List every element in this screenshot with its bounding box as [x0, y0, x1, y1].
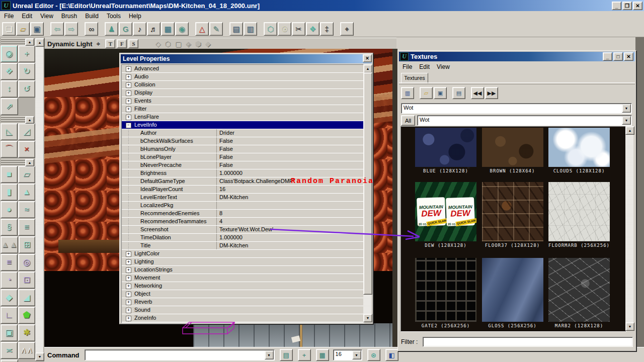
close-button[interactable]: ✕ [633, 2, 642, 10]
property-row-author[interactable]: AuthorDrider [122, 129, 364, 137]
property-value[interactable]: 16 [216, 186, 364, 193]
filter-input[interactable] [423, 337, 633, 347]
measure-tool-button[interactable]: ✎ [209, 22, 223, 36]
all-button[interactable]: All [401, 115, 415, 126]
build-paths-button[interactable]: ✂ [292, 22, 305, 36]
property-value[interactable]: False [216, 137, 364, 145]
textures-scroll-thumb[interactable] [625, 143, 633, 156]
build-geometry-button[interactable]: ⬡ [264, 22, 277, 36]
tree-category-collision[interactable]: +Collision [122, 81, 364, 89]
previous-group-button[interactable]: ◀◀ [471, 87, 484, 99]
property-row-localizedpkg[interactable]: LocalizedPkg [122, 202, 364, 210]
texture-image-brown[interactable] [482, 128, 543, 167]
tree-category-lightcolor[interactable]: +LightColor [122, 250, 364, 258]
package-dropdown[interactable]: Wot ▼ [401, 103, 632, 114]
save-map-button[interactable]: ▣ [30, 22, 44, 36]
property-row-bloneplayer[interactable]: bLonePlayerFalse [122, 153, 364, 161]
viewport-mode-icon-4[interactable]: ⬢ [195, 40, 201, 48]
property-row-levelentertext[interactable]: LevelEnterTextDM-Kitchen [122, 194, 364, 202]
brush-cylinder-button[interactable]: ▮ [1, 184, 18, 201]
level-properties-title-bar[interactable]: Level Properties [121, 54, 372, 63]
tree-category-events[interactable]: +Events [122, 97, 364, 105]
property-value[interactable]: Texture'Wot.Wot.Dew' [216, 226, 364, 233]
expand-icon[interactable]: + [126, 267, 131, 273]
build-all-button[interactable]: ❖ [306, 22, 319, 36]
brush-stairs-button[interactable]: ≡ [18, 219, 35, 236]
viewport-mode-icon-5[interactable]: ◆ [205, 40, 211, 48]
tree-category-advanced[interactable]: +Advanced [122, 65, 364, 73]
textures-menu-item-view[interactable]: View [434, 63, 454, 72]
viewport-t-button[interactable]: T [105, 39, 115, 48]
property-row-bhumansonly[interactable]: bHumansOnlyFalse [122, 145, 364, 153]
save-package-button[interactable]: ▣ [434, 87, 447, 99]
brush-dodecahedron-button[interactable]: ⬟ [18, 307, 35, 324]
expand-icon[interactable]: + [126, 90, 131, 96]
tree-category-display[interactable]: +Display [122, 89, 364, 97]
property-value[interactable]: False [216, 161, 364, 169]
viewport-mode-icon-2[interactable]: ▢ [175, 40, 181, 48]
expand-icon[interactable]: + [126, 251, 131, 257]
stretch-mode-button[interactable]: ↕ [1, 80, 18, 98]
property-value[interactable]: 1.000000 [216, 169, 364, 177]
texture-swatch-gate2[interactable]: GATE2 (256X256) [415, 258, 476, 328]
textures-scrollbar[interactable]: ▲ ▼ [625, 126, 633, 331]
chevron-down-icon[interactable]: ▼ [622, 104, 631, 113]
expand-icon[interactable]: + [126, 308, 131, 313]
expand-icon[interactable]: + [126, 276, 131, 281]
property-value[interactable]: DM-Kitchen [216, 242, 364, 249]
brush-ellipse-button[interactable]: ○ [1, 359, 18, 362]
tree-category-object[interactable]: +Object [122, 290, 364, 298]
menu-item-file[interactable]: File [0, 12, 18, 20]
tree-category-zoneinfo[interactable]: +ZoneInfo [122, 314, 364, 322]
toolbox-scroll-down-icon[interactable]: ▼ [35, 352, 44, 361]
group-browser-button[interactable]: G [119, 22, 132, 36]
property-row-recommendedteammates[interactable]: RecommendedTeammates4 [122, 218, 364, 226]
textures-scroll-down-icon[interactable]: ▼ [625, 322, 634, 331]
expand-icon[interactable]: + [126, 259, 131, 265]
property-value[interactable]: Drider [216, 129, 364, 137]
chevron-down-icon[interactable]: ▼ [265, 350, 274, 359]
textures-scroll-up-icon[interactable]: ▲ [625, 126, 634, 135]
texture-swatch-dew[interactable]: MOUNTAINDEWQUICK SLAM20 oz.MOUNTAINDEWQU… [415, 182, 476, 248]
texture-image-dew[interactable]: MOUNTAINDEWQUICK SLAM20 oz.MOUNTAINDEWQU… [415, 182, 476, 241]
textures-title-bar[interactable]: U Textures _ □ ✕ [399, 52, 635, 61]
open-package-button[interactable]: ▱ [420, 87, 433, 99]
menu-item-view[interactable]: View [36, 12, 57, 20]
brush-hollow-cube-button[interactable]: ⊡ [18, 272, 35, 289]
group-dropdown[interactable]: Wot ▼ [417, 115, 632, 126]
viewport-s-button[interactable]: S [128, 39, 138, 48]
brush-terrain2-button[interactable]: ◢ [18, 289, 35, 306]
property-row-title[interactable]: TitleDM-Kitchen [122, 242, 364, 250]
texture-image-gloss[interactable] [482, 258, 543, 322]
rotate-scale-button[interactable]: ↺ [18, 80, 35, 98]
menu-item-help[interactable]: Help [125, 12, 145, 20]
texture-swatch-clouds[interactable]: CLOUDS (128X128) [548, 128, 610, 173]
property-value[interactable]: DM-Kitchen [216, 194, 364, 201]
tree-category-lighting[interactable]: +Lighting [122, 258, 364, 266]
texture-image-clouds[interactable] [548, 128, 610, 167]
textures-menu-item-file[interactable]: File [400, 63, 417, 72]
play-level-button[interactable]: ⌖ [340, 22, 354, 36]
property-row-idealplayercount[interactable]: IdealPlayerCount16 [122, 186, 364, 194]
expand-icon[interactable]: + [126, 74, 131, 80]
collapse-icon[interactable]: − [126, 123, 131, 128]
property-row-bneverprecache[interactable]: bNeverPrecacheFalse [122, 161, 364, 169]
build-options-button[interactable]: ‡ [320, 22, 334, 36]
tab-textures[interactable]: Textures [401, 73, 428, 83]
brush-discs-button[interactable]: ≍ [1, 342, 18, 359]
viewport-f-button[interactable]: F [117, 39, 127, 48]
viewport-mode-icon-3[interactable]: ◈ [186, 40, 191, 48]
minimize-button[interactable]: _ [612, 2, 621, 10]
textures-close-button[interactable]: ✕ [624, 52, 633, 61]
property-value[interactable]: 1.000000 [216, 234, 364, 241]
brush-wedge-button[interactable]: ◆ [1, 289, 18, 306]
sound-browser-button[interactable]: ♬ [147, 22, 160, 36]
brush-pie-button[interactable]: ◔ [1, 272, 18, 289]
property-scroll-down-icon[interactable]: ▼ [363, 314, 372, 322]
collapse-icon[interactable]: ▲ [25, 159, 34, 166]
menu-item-tools[interactable]: Tools [103, 12, 125, 20]
texture-swatch-marb2[interactable]: MARB2 (128X128) [548, 258, 610, 328]
property-scrollbar[interactable]: ▲ ▼ [363, 64, 371, 322]
tree-category-reverb[interactable]: +Reverb [122, 298, 364, 306]
property-row-recommendedenemies[interactable]: RecommendedEnemies8 [122, 210, 364, 218]
